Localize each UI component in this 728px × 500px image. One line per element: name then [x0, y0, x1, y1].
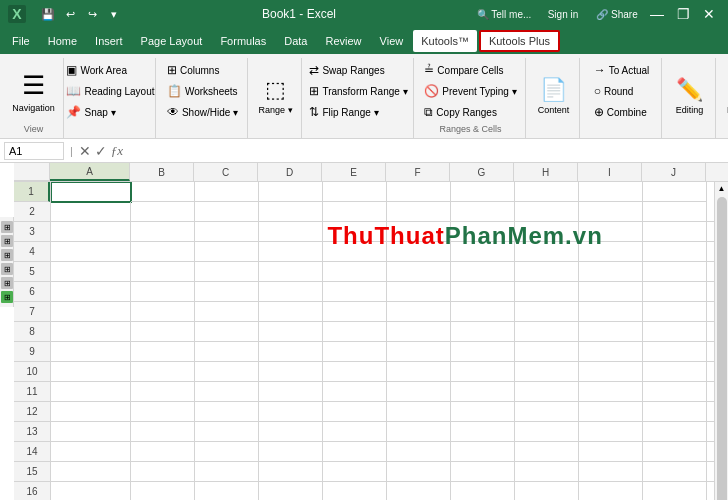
cell-g13[interactable]	[451, 422, 515, 442]
cell-j3[interactable]	[643, 222, 707, 242]
cell-h16[interactable]	[515, 482, 579, 500]
cell-g16[interactable]	[451, 482, 515, 500]
editing-btn[interactable]: ✏️ Editing	[665, 60, 715, 132]
cell-a14[interactable]	[51, 442, 131, 462]
menu-kutools[interactable]: Kutools™	[413, 30, 477, 52]
confirm-formula-btn[interactable]: ✓	[95, 143, 107, 159]
cell-i1[interactable]	[579, 182, 643, 202]
cell-d15[interactable]	[259, 462, 323, 482]
cell-b11[interactable]	[131, 382, 195, 402]
cell-e1[interactable]	[323, 182, 387, 202]
cell-h6[interactable]	[515, 282, 579, 302]
cell-j16[interactable]	[643, 482, 707, 500]
cell-c15[interactable]	[195, 462, 259, 482]
cell-d5[interactable]	[259, 262, 323, 282]
cell-e8[interactable]	[323, 322, 387, 342]
cell-j9[interactable]	[643, 342, 707, 362]
cell-a1[interactable]	[51, 182, 131, 202]
cell-k5[interactable]	[707, 262, 714, 282]
cell-a6[interactable]	[51, 282, 131, 302]
cell-j2[interactable]	[643, 202, 707, 222]
col-header-e[interactable]: E	[322, 163, 386, 181]
cell-k16[interactable]	[707, 482, 714, 500]
cell-a11[interactable]	[51, 382, 131, 402]
cell-f12[interactable]	[387, 402, 451, 422]
cell-h13[interactable]	[515, 422, 579, 442]
cell-g10[interactable]	[451, 362, 515, 382]
left-tool-1[interactable]: ⊞	[1, 221, 13, 233]
cell-k2[interactable]	[707, 202, 714, 222]
cell-e13[interactable]	[323, 422, 387, 442]
cell-k15[interactable]	[707, 462, 714, 482]
cell-h12[interactable]	[515, 402, 579, 422]
cell-j11[interactable]	[643, 382, 707, 402]
cell-e7[interactable]	[323, 302, 387, 322]
cell-a10[interactable]	[51, 362, 131, 382]
cell-i12[interactable]	[579, 402, 643, 422]
menu-review[interactable]: Review	[317, 30, 369, 52]
cell-a7[interactable]	[51, 302, 131, 322]
cell-c5[interactable]	[195, 262, 259, 282]
cell-k14[interactable]	[707, 442, 714, 462]
cell-g11[interactable]	[451, 382, 515, 402]
menu-home[interactable]: Home	[40, 30, 85, 52]
cell-c12[interactable]	[195, 402, 259, 422]
cell-d9[interactable]	[259, 342, 323, 362]
cell-i5[interactable]	[579, 262, 643, 282]
cell-a15[interactable]	[51, 462, 131, 482]
col-header-j[interactable]: J	[642, 163, 706, 181]
cell-b2[interactable]	[131, 202, 195, 222]
cell-c1[interactable]	[195, 182, 259, 202]
cell-k11[interactable]	[707, 382, 714, 402]
cell-f6[interactable]	[387, 282, 451, 302]
work-area-btn[interactable]: ▣ Work Area	[62, 60, 158, 80]
col-header-h[interactable]: H	[514, 163, 578, 181]
snap-btn[interactable]: 📌 Snap ▾	[62, 102, 158, 122]
col-header-i[interactable]: I	[578, 163, 642, 181]
cell-a16[interactable]	[51, 482, 131, 500]
cell-g1[interactable]	[451, 182, 515, 202]
cell-f8[interactable]	[387, 322, 451, 342]
col-header-d[interactable]: D	[258, 163, 322, 181]
cell-i2[interactable]	[579, 202, 643, 222]
compare-cells-btn[interactable]: ≟ Compare Cells	[420, 60, 520, 80]
navigation-btn[interactable]: ☰ Navigation	[6, 60, 61, 122]
cell-g7[interactable]	[451, 302, 515, 322]
cell-a2[interactable]	[51, 202, 131, 222]
cell-f11[interactable]	[387, 382, 451, 402]
col-header-a[interactable]: A	[50, 163, 130, 181]
cell-h7[interactable]	[515, 302, 579, 322]
cell-j6[interactable]	[643, 282, 707, 302]
left-tool-2[interactable]: ⊞	[1, 235, 13, 247]
cell-d1[interactable]	[259, 182, 323, 202]
cell-b13[interactable]	[131, 422, 195, 442]
cell-f13[interactable]	[387, 422, 451, 442]
cell-c10[interactable]	[195, 362, 259, 382]
menu-data[interactable]: Data	[276, 30, 315, 52]
cancel-formula-btn[interactable]: ✕	[79, 143, 91, 159]
col-header-g[interactable]: G	[450, 163, 514, 181]
cell-b8[interactable]	[131, 322, 195, 342]
cell-k13[interactable]	[707, 422, 714, 442]
col-header-f[interactable]: F	[386, 163, 450, 181]
cell-c14[interactable]	[195, 442, 259, 462]
cell-b5[interactable]	[131, 262, 195, 282]
cell-g15[interactable]	[451, 462, 515, 482]
insert-function-btn[interactable]: ƒx	[111, 143, 123, 159]
cell-b12[interactable]	[131, 402, 195, 422]
cell-d13[interactable]	[259, 422, 323, 442]
cell-i6[interactable]	[579, 282, 643, 302]
cell-e12[interactable]	[323, 402, 387, 422]
cell-c6[interactable]	[195, 282, 259, 302]
name-box[interactable]: A1	[4, 142, 64, 160]
cell-c2[interactable]	[195, 202, 259, 222]
cell-a8[interactable]	[51, 322, 131, 342]
cell-k7[interactable]	[707, 302, 714, 322]
minimize-btn[interactable]: —	[646, 5, 668, 23]
cell-f15[interactable]	[387, 462, 451, 482]
cell-j7[interactable]	[643, 302, 707, 322]
undo-quick-btn[interactable]: ↩	[60, 4, 80, 24]
cell-d6[interactable]	[259, 282, 323, 302]
cell-a9[interactable]	[51, 342, 131, 362]
cell-j1[interactable]	[643, 182, 707, 202]
